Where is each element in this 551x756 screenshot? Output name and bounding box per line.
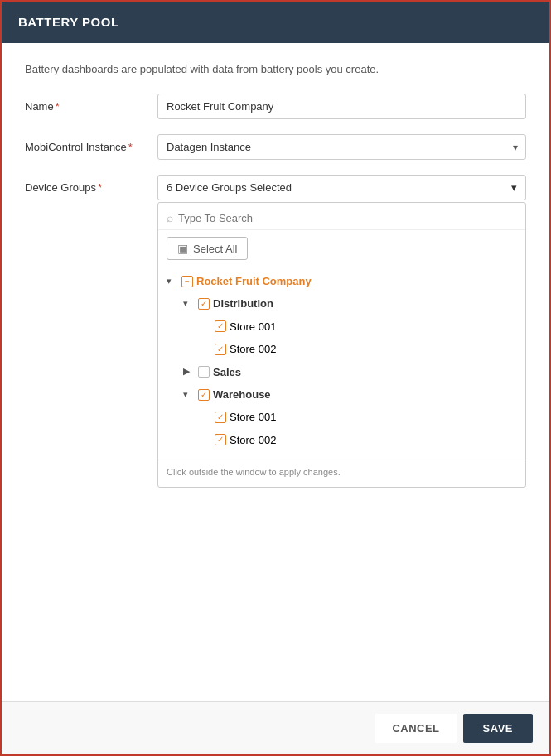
checkbox-warehouse-store002[interactable]: ✓ — [215, 434, 226, 445]
checkbox-warehouse-store001[interactable]: ✓ — [215, 412, 226, 423]
checkbox-sales[interactable] — [198, 366, 210, 378]
label-warehouse: Warehouse — [213, 385, 271, 404]
save-button[interactable]: SAVE — [463, 714, 533, 743]
tree-node-warehouse: ▾ ✓ Warehouse ✓ Store 001 — [183, 383, 517, 451]
checkbox-distribution-store002[interactable]: ✓ — [215, 344, 226, 355]
description-text: Battery dashboards are populated with da… — [25, 63, 526, 75]
tree-row-sales[interactable]: ▶ Sales — [183, 361, 517, 383]
chevron-root-icon: ▾ — [167, 273, 178, 290]
search-input[interactable] — [178, 212, 517, 224]
tree-row-root[interactable]: ▾ − Rocket Fruit Company — [167, 270, 517, 292]
mobicontrol-select-wrapper: Datagen Instance ▾ — [157, 134, 526, 160]
tree-row-distribution[interactable]: ▾ ✓ Distribution — [183, 292, 517, 315]
tree-row-warehouse[interactable]: ▾ ✓ Warehouse — [183, 383, 517, 406]
warehouse-children: ✓ Store 001 ✓ Store 002 — [183, 406, 517, 451]
tree-node-distribution: ▾ ✓ Distribution ✓ Store 001 — [183, 292, 517, 360]
mobicontrol-row: MobiControl Instance* Datagen Instance ▾ — [25, 134, 526, 160]
distribution-children: ✓ Store 001 ✓ Store 002 — [183, 315, 517, 361]
mobicontrol-select[interactable]: Datagen Instance — [157, 134, 526, 160]
name-field-wrapper — [157, 94, 526, 119]
checkbox-distribution[interactable]: ✓ — [198, 298, 210, 310]
modal-header: BATTERY POOL — [2, 2, 549, 43]
cancel-button[interactable]: CANCEL — [375, 714, 456, 743]
label-warehouse-store002: Store 002 — [230, 431, 276, 450]
tree-row-distribution-store002[interactable]: ✓ Store 002 — [200, 338, 517, 360]
checkbox-distribution-store001[interactable]: ✓ — [215, 320, 226, 332]
modal-title: BATTERY POOL — [18, 15, 119, 29]
device-groups-wrapper: 6 Device Groups Selected ▾ ⌕ ▣ Select Al… — [157, 175, 526, 200]
search-icon: ⌕ — [167, 211, 173, 224]
modal-footer: CANCEL SAVE — [2, 701, 549, 754]
checkbox-root[interactable]: − — [181, 276, 193, 287]
device-groups-selected-text: 6 Device Groups Selected — [167, 181, 292, 194]
device-groups-label: Device Groups* — [25, 175, 157, 194]
select-all-label: Select All — [193, 243, 237, 255]
mobicontrol-required-star: * — [128, 141, 133, 153]
device-groups-chevron-icon: ▾ — [511, 181, 517, 194]
tree-row-distribution-store001[interactable]: ✓ Store 001 — [200, 315, 517, 338]
select-all-device-icon: ▣ — [177, 242, 188, 255]
chevron-distribution-icon: ▾ — [183, 296, 195, 312]
battery-pool-modal: BATTERY POOL Battery dashboards are popu… — [0, 0, 551, 756]
name-row: Name* — [25, 94, 526, 119]
tree-node-root: ▾ − Rocket Fruit Company ▾ ✓ — [167, 270, 517, 451]
device-groups-row: Device Groups* 6 Device Groups Selected … — [25, 175, 526, 200]
checkbox-warehouse[interactable]: ✓ — [198, 389, 210, 401]
tree-row-warehouse-store001[interactable]: ✓ Store 001 — [200, 406, 517, 428]
select-all-button[interactable]: ▣ Select All — [167, 237, 248, 260]
tree-node-sales: ▶ Sales — [183, 361, 517, 383]
device-groups-dropdown: ⌕ ▣ Select All ▾ − — [157, 202, 526, 488]
hint-text: Click outside the window to apply change… — [158, 460, 525, 479]
tree-row-warehouse-store002[interactable]: ✓ Store 002 — [200, 429, 517, 451]
name-required-star: * — [56, 100, 60, 113]
chevron-sales-icon: ▶ — [183, 364, 195, 380]
chevron-warehouse-icon: ▾ — [183, 387, 195, 403]
tree-container: ▾ − Rocket Fruit Company ▾ ✓ — [158, 267, 525, 455]
label-distribution-store002: Store 002 — [230, 339, 276, 359]
modal-body: Battery dashboards are populated with da… — [2, 43, 549, 701]
label-warehouse-store001: Store 001 — [230, 407, 276, 426]
label-sales: Sales — [213, 363, 241, 382]
device-groups-trigger[interactable]: 6 Device Groups Selected ▾ — [157, 175, 526, 200]
device-groups-required-star: * — [98, 181, 102, 194]
label-distribution: Distribution — [213, 294, 273, 313]
search-row: ⌕ — [158, 203, 525, 230]
root-children: ▾ ✓ Distribution ✓ Store 001 — [167, 292, 517, 451]
label-root: Rocket Fruit Company — [196, 272, 312, 291]
name-label: Name* — [25, 94, 157, 113]
name-input[interactable] — [157, 94, 526, 119]
label-distribution-store001: Store 001 — [230, 317, 276, 336]
mobicontrol-label: MobiControl Instance* — [25, 134, 157, 153]
